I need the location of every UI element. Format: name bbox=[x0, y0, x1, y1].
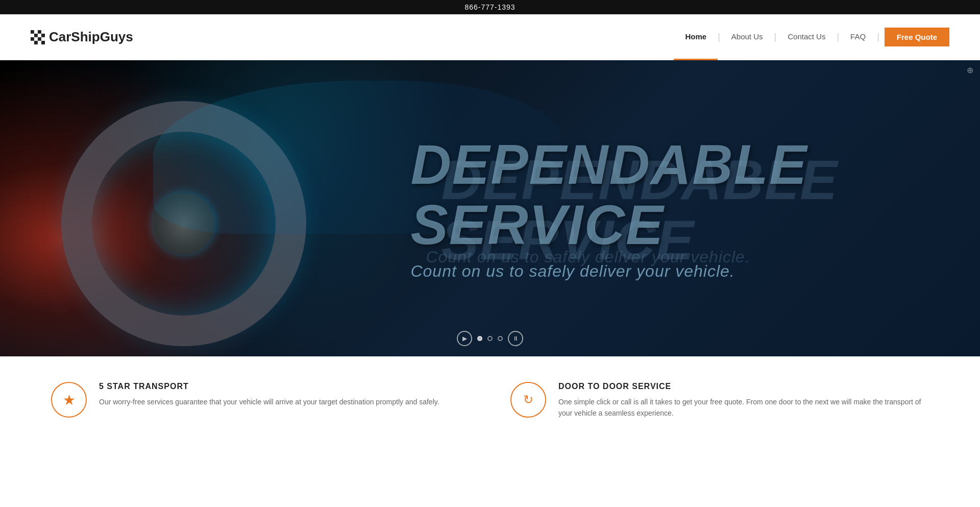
feature-icon-cycle: ↻ bbox=[510, 382, 546, 418]
svg-rect-3 bbox=[41, 30, 45, 34]
cycle-icon: ↻ bbox=[523, 393, 533, 407]
svg-rect-6 bbox=[38, 34, 41, 37]
hero-text-block: DEPENDABLE DEPENDABLE SERVICE SERVICE Co… bbox=[410, 136, 807, 281]
nav-home[interactable]: Home bbox=[674, 14, 718, 60]
feature-desc-door: One simple click or call is all it takes… bbox=[558, 396, 929, 419]
logo-text: CarShipGuys bbox=[49, 29, 133, 45]
nav-faq[interactable]: FAQ bbox=[839, 14, 877, 60]
svg-rect-14 bbox=[38, 41, 41, 44]
svg-rect-15 bbox=[41, 41, 45, 44]
svg-rect-4 bbox=[31, 34, 34, 37]
svg-rect-7 bbox=[41, 34, 45, 37]
slider-controls: ▶ ⏸ bbox=[457, 331, 523, 346]
nav-free-quote[interactable]: Free Quote bbox=[885, 28, 949, 46]
hero-slider: DEPENDABLE DEPENDABLE SERVICE SERVICE Co… bbox=[0, 60, 980, 356]
svg-rect-9 bbox=[34, 37, 38, 41]
hero-headline-line2: SERVICE bbox=[410, 197, 807, 253]
logo[interactable]: CarShipGuys bbox=[31, 29, 133, 45]
hero-glow bbox=[102, 60, 459, 356]
feature-item-door: ↻ DOOR TO DOOR SERVICE One simple click … bbox=[510, 382, 929, 419]
slider-pause-button[interactable]: ⏸ bbox=[508, 331, 523, 346]
hero-sub-shadow: Count on us to safely deliver your vehic… bbox=[426, 248, 750, 267]
main-nav: Home | About Us | Contact Us | FAQ | Fre… bbox=[674, 14, 949, 60]
feature-content-door: DOOR TO DOOR SERVICE One simple click or… bbox=[558, 382, 929, 419]
svg-rect-0 bbox=[31, 30, 34, 34]
nav-sep-4: | bbox=[877, 32, 879, 42]
svg-rect-1 bbox=[34, 30, 38, 34]
scroll-indicator: ⊕ bbox=[967, 65, 975, 74]
svg-rect-2 bbox=[38, 30, 41, 34]
slider-dot-1[interactable] bbox=[477, 336, 482, 341]
logo-car: Car bbox=[49, 29, 71, 44]
hero-headline-line1: DEPENDABLE bbox=[410, 136, 807, 192]
nav-about[interactable]: About Us bbox=[720, 14, 774, 60]
feature-title-door: DOOR TO DOOR SERVICE bbox=[558, 382, 929, 391]
slider-dot-3[interactable] bbox=[498, 336, 503, 341]
logo-ship: Ship bbox=[71, 29, 100, 44]
svg-rect-10 bbox=[38, 37, 41, 41]
star-icon: ★ bbox=[63, 392, 76, 408]
svg-rect-5 bbox=[34, 34, 38, 37]
feature-title-transport: 5 STAR TRANSPORT bbox=[99, 382, 439, 391]
header: CarShipGuys Home | About Us | Contact Us… bbox=[0, 14, 980, 60]
phone-number[interactable]: 866-777-1393 bbox=[464, 3, 515, 11]
logo-checkered-icon bbox=[31, 30, 45, 44]
svg-rect-12 bbox=[31, 41, 34, 44]
feature-item-transport: ★ 5 STAR TRANSPORT Our worry-free servic… bbox=[51, 382, 470, 419]
slider-play-button[interactable]: ▶ bbox=[457, 331, 472, 346]
feature-content-transport: 5 STAR TRANSPORT Our worry-free services… bbox=[99, 382, 439, 407]
nav-contact[interactable]: Contact Us bbox=[776, 14, 837, 60]
logo-guys: Guys bbox=[100, 29, 133, 44]
svg-rect-8 bbox=[31, 37, 34, 41]
features-section: ★ 5 STAR TRANSPORT Our worry-free servic… bbox=[0, 356, 980, 445]
svg-rect-11 bbox=[41, 37, 45, 41]
top-bar: 866-777-1393 bbox=[0, 0, 980, 14]
feature-icon-star: ★ bbox=[51, 382, 87, 418]
svg-rect-13 bbox=[34, 41, 38, 44]
feature-desc-transport: Our worry-free services guarantee that y… bbox=[99, 396, 439, 407]
slider-dot-2[interactable] bbox=[487, 336, 493, 341]
